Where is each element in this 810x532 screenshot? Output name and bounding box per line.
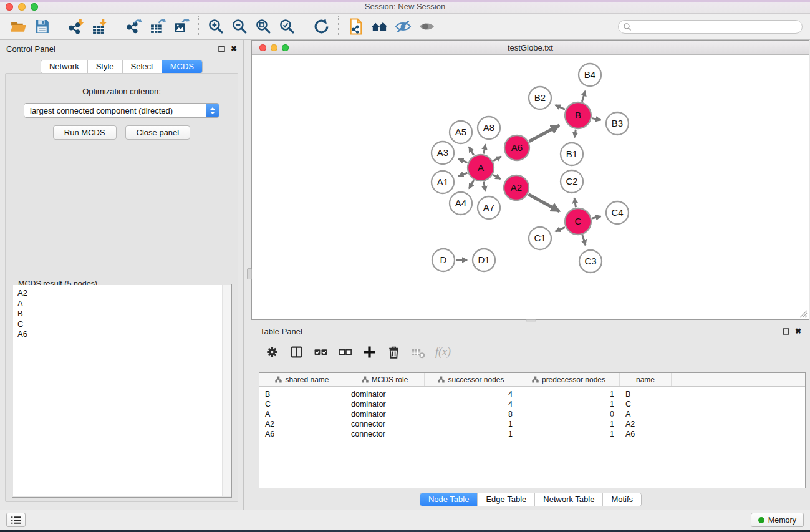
optimization-criterion-dropdown[interactable]: largest connected component (directed) — [24, 103, 219, 118]
export-image-button[interactable] — [170, 16, 193, 37]
window-resize-grip[interactable] — [799, 310, 808, 318]
close-window-button[interactable] — [6, 3, 13, 11]
graph-edge-A6-B[interactable] — [529, 125, 559, 142]
graph-edge-C-C1[interactable] — [556, 227, 565, 231]
select-all-button[interactable] — [314, 345, 328, 359]
graph-edge-A-A4[interactable] — [469, 180, 474, 188]
graph-node-A5[interactable]: A5 — [450, 121, 472, 143]
zoom-selected-button[interactable] — [275, 16, 299, 37]
column-layout-button[interactable] — [289, 345, 304, 359]
graph-node-B4[interactable]: B4 — [579, 64, 601, 86]
graph-node-B1[interactable]: B1 — [561, 143, 583, 165]
zoom-out-button[interactable] — [228, 16, 251, 37]
column-header-shared-name[interactable]: shared name — [259, 373, 345, 386]
show-hidden-button[interactable] — [415, 16, 438, 37]
refresh-button[interactable] — [309, 16, 333, 37]
graph-node-C1[interactable]: C1 — [529, 227, 551, 249]
deselect-all-button[interactable] — [338, 345, 352, 359]
graph-edge-B-B1[interactable] — [574, 130, 576, 138]
zoom-in-button[interactable] — [204, 16, 228, 37]
network-minimize-button[interactable] — [271, 44, 277, 51]
graph-node-C2[interactable]: C2 — [561, 170, 583, 193]
column-header-successor-nodes[interactable]: successor nodes — [425, 373, 518, 386]
minimize-window-button[interactable] — [18, 3, 26, 11]
table-settings-button[interactable] — [265, 345, 279, 359]
network-canvas[interactable]: AA1A3A4A5A7A8A6A2BB1B2B3B4CC1C2C3C4DD1 — [252, 55, 809, 319]
home-view-button[interactable] — [367, 16, 391, 37]
tab-mcds[interactable]: MCDS — [162, 60, 202, 73]
graph-node-B[interactable]: B — [565, 102, 591, 128]
search-field[interactable] — [618, 20, 803, 34]
table-tab-node-table[interactable]: Node Table — [420, 493, 478, 506]
table-tab-edge-table[interactable]: Edge Table — [478, 493, 535, 506]
export-network-button[interactable] — [122, 16, 146, 37]
graph-node-B2[interactable]: B2 — [529, 87, 551, 109]
graph-node-D[interactable]: D — [432, 249, 455, 271]
save-session-button[interactable] — [30, 16, 54, 37]
memory-button[interactable]: Memory — [751, 513, 804, 527]
graph-node-B3[interactable]: B3 — [606, 112, 629, 135]
graph-edge-B-B4[interactable] — [582, 91, 585, 102]
table-tab-motifs[interactable]: Motifs — [603, 493, 641, 506]
table-row[interactable]: A2connector11A2 — [259, 419, 805, 429]
table-tab-network-table[interactable]: Network Table — [535, 493, 603, 506]
export-table-button[interactable] — [146, 16, 170, 37]
close-table-panel-icon[interactable]: ✖ — [795, 328, 801, 335]
graph-edge-A-A1[interactable] — [458, 173, 467, 176]
column-header-predecessor-nodes[interactable]: predecessor nodes — [518, 373, 620, 386]
table-row[interactable]: Bdominator41B — [259, 389, 805, 399]
vertical-splitter-handle[interactable] — [247, 268, 252, 279]
tab-style[interactable]: Style — [88, 60, 123, 73]
graph-edge-A-A6[interactable] — [493, 157, 501, 161]
open-session-file-button[interactable] — [344, 16, 367, 37]
graph-node-A7[interactable]: A7 — [478, 196, 500, 219]
zoom-window-button[interactable] — [31, 3, 38, 11]
graph-edge-C-C4[interactable] — [592, 216, 600, 218]
graph-node-A8[interactable]: A8 — [478, 117, 500, 139]
graph-node-A[interactable]: A — [468, 155, 494, 181]
graph-edge-B-B2[interactable] — [556, 105, 566, 109]
graph-node-C4[interactable]: C4 — [606, 201, 629, 224]
network-close-button[interactable] — [259, 44, 266, 51]
graph-node-D1[interactable]: D1 — [473, 249, 495, 271]
close-panel-button[interactable]: Close panel — [125, 125, 191, 140]
zoom-fit-button[interactable] — [251, 16, 275, 37]
graph-node-A1[interactable]: A1 — [432, 171, 454, 193]
network-zoom-button[interactable] — [282, 44, 289, 51]
float-table-panel-icon[interactable] — [783, 328, 789, 335]
table-row[interactable]: Cdominator41C — [259, 399, 805, 409]
graph-edge-A-A8[interactable] — [484, 144, 486, 153]
delete-row-button[interactable] — [387, 345, 401, 359]
graph-edge-C-C2[interactable] — [574, 198, 576, 208]
graph-edge-A-A7[interactable] — [484, 182, 486, 191]
open-session-button[interactable] — [6, 16, 30, 37]
search-input[interactable] — [634, 22, 798, 31]
graph-edge-A-A3[interactable] — [458, 159, 467, 163]
graph-node-C[interactable]: C — [565, 208, 591, 235]
column-header-mcds-role[interactable]: MCDS role — [345, 373, 425, 386]
graph-node-A6[interactable]: A6 — [504, 135, 529, 160]
mcds-result-scrollbar[interactable] — [222, 285, 231, 496]
graph-edge-B-B3[interactable] — [592, 118, 601, 120]
task-history-button[interactable] — [6, 513, 26, 527]
graph-node-A4[interactable]: A4 — [450, 192, 472, 215]
hide-selected-button[interactable] — [391, 16, 415, 37]
table-row[interactable]: Adominator80A — [259, 409, 805, 419]
column-header-name[interactable]: name — [620, 373, 672, 386]
import-network-button[interactable] — [64, 16, 88, 37]
table-row[interactable]: A6connector11A6 — [259, 429, 805, 439]
float-panel-icon[interactable] — [218, 46, 225, 52]
graph-edge-A-A2[interactable] — [493, 175, 501, 179]
close-panel-icon[interactable]: ✖ — [231, 46, 237, 52]
graph-node-A2[interactable]: A2 — [504, 175, 529, 200]
run-mcds-button[interactable]: Run MCDS — [53, 125, 117, 140]
import-table-button[interactable] — [88, 16, 112, 37]
graph-edge-C-C3[interactable] — [582, 235, 586, 245]
tab-network[interactable]: Network — [41, 60, 88, 73]
graph-node-A3[interactable]: A3 — [432, 142, 454, 164]
graph-node-C3[interactable]: C3 — [579, 250, 602, 273]
graph-edge-A2-C[interactable] — [528, 195, 559, 211]
add-row-button[interactable] — [362, 345, 377, 359]
tab-select[interactable]: Select — [123, 60, 162, 73]
graph-edge-A-A5[interactable] — [469, 147, 474, 155]
